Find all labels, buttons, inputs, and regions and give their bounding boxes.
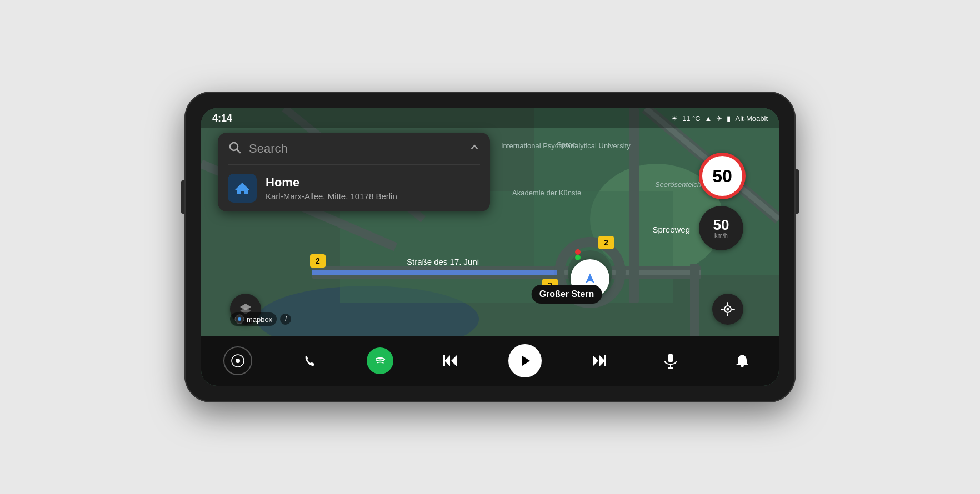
svg-marker-18 (235, 183, 249, 194)
wifi-icon: ▲ (705, 114, 712, 123)
brightness-icon: ☀ (671, 114, 678, 123)
svg-point-42 (741, 365, 744, 367)
svg-marker-36 (593, 355, 598, 366)
svg-point-29 (727, 308, 729, 311)
svg-line-17 (237, 150, 241, 153)
svg-point-31 (236, 359, 240, 363)
next-track-button[interactable] (584, 346, 613, 375)
info-button[interactable]: i (280, 314, 291, 325)
airplane-icon: ✈ (716, 114, 722, 123)
svg-rect-34 (443, 355, 445, 366)
bottom-nav-bar (201, 336, 779, 386)
svg-marker-32 (444, 355, 450, 366)
status-right-icons: ☀ 11 °C ▲ ✈ ▮ Alt-Moabit (671, 114, 768, 123)
svg-marker-37 (599, 355, 605, 366)
notifications-button[interactable] (728, 346, 757, 375)
mapbox-logo: mapbox (230, 312, 277, 326)
volume-button (181, 180, 184, 214)
microphone-button[interactable] (656, 346, 685, 375)
home-button[interactable] (223, 346, 252, 375)
status-bar: 4:14 ☀ 11 °C ▲ ✈ ▮ Alt-Moabit (201, 108, 779, 128)
phone-button[interactable] (295, 346, 324, 375)
map-label-spree: Spree (557, 140, 576, 149)
road-label-strasse: Straße des 17. Juni (407, 257, 479, 266)
svg-marker-35 (522, 356, 530, 366)
search-container: Search Home Karl-Marx-Allee, Mitte, 1017… (218, 133, 490, 211)
home-result-title: Home (266, 175, 397, 190)
phone-device: 4:14 ☀ 11 °C ▲ ✈ ▮ Alt-Moabit Internatio… (184, 92, 796, 402)
map-label-akademie: Akademie der Künste (512, 189, 581, 197)
current-speed-value: 50 (713, 218, 729, 232)
svg-rect-7 (629, 108, 639, 303)
mapbox-attribution: mapbox i (230, 312, 291, 326)
svg-marker-33 (451, 355, 457, 366)
place-label-grosser-stern: Großer Stern (532, 285, 602, 304)
spotify-button[interactable] (367, 347, 393, 374)
mapbox-label: mapbox (247, 315, 272, 324)
search-result-home[interactable]: Home Karl-Marx-Allee, Mitte, 10178 Berli… (218, 165, 490, 211)
status-time: 4:14 (212, 113, 232, 124)
svg-rect-38 (604, 355, 606, 366)
traffic-light-red (575, 249, 581, 255)
road-label-spreeweg: Spreeweg (652, 225, 690, 234)
search-placeholder[interactable]: Search (249, 142, 461, 156)
search-bar[interactable]: Search (218, 133, 490, 164)
map-label-seerosenteich: Seerösenteich (655, 180, 701, 189)
speed-limit-sign: 50 (699, 153, 746, 199)
search-icon (228, 140, 241, 157)
battery-icon: ▮ (727, 114, 731, 123)
current-speed-display: 50 km/h (699, 206, 743, 250)
route-badge-1: 2 (310, 254, 326, 268)
svg-marker-19 (584, 272, 596, 284)
route-badge-3: 2 (598, 236, 614, 249)
speed-limit-value: 50 (712, 166, 732, 186)
temperature-display: 11 °C (682, 114, 701, 123)
search-chevron-icon[interactable] (469, 142, 480, 155)
home-result-icon (228, 174, 257, 203)
play-button[interactable] (508, 344, 542, 377)
current-speed-unit: km/h (714, 232, 728, 239)
svg-point-23 (238, 317, 241, 321)
prev-track-button[interactable] (436, 346, 465, 375)
traffic-light-green (575, 255, 581, 260)
location-button[interactable] (712, 294, 743, 325)
screen: 4:14 ☀ 11 °C ▲ ✈ ▮ Alt-Moabit Internatio… (201, 108, 779, 386)
location-name: Alt-Moabit (735, 114, 768, 123)
power-button (796, 169, 799, 214)
home-result-text: Home Karl-Marx-Allee, Mitte, 10178 Berli… (266, 175, 397, 201)
svg-rect-39 (668, 354, 673, 362)
home-result-subtitle: Karl-Marx-Allee, Mitte, 10178 Berlin (266, 191, 397, 201)
